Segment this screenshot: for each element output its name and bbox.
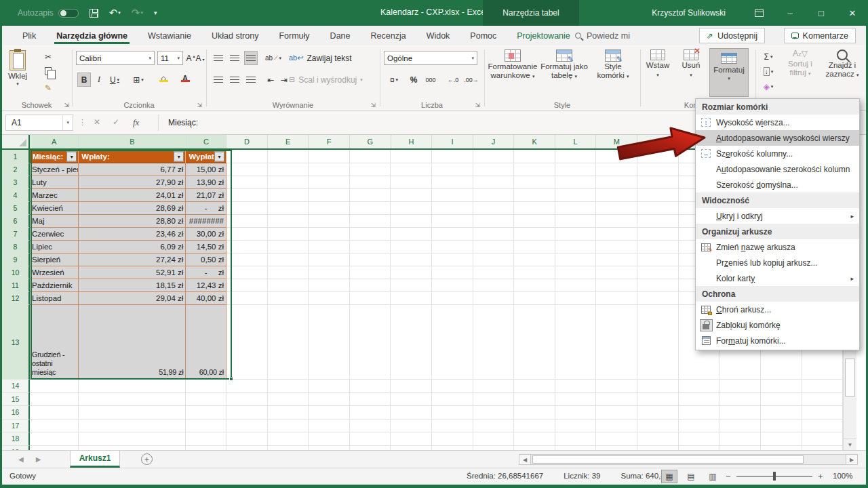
cell-h11[interactable] [391,279,432,292]
cell-m3[interactable] [596,176,637,189]
row-header-18[interactable]: 18 [2,432,30,446]
cell-a4[interactable]: Marzec [30,189,79,202]
new-sheet-button[interactable]: + [141,453,153,465]
cell-a2[interactable]: Styczeń - pierw [30,163,79,176]
row-header-12[interactable]: 12 [2,292,30,305]
font-size-combo[interactable]: 11▾ [157,51,183,65]
column-header-d[interactable]: D [226,135,268,148]
cell-l9[interactable] [555,253,597,266]
format-painter-button[interactable]: ✎ [45,83,52,93]
cell-n17[interactable] [637,420,679,433]
cell-l16[interactable] [555,406,597,420]
row-header-16[interactable]: 16 [2,406,30,420]
cell-l15[interactable] [555,393,597,407]
cell-i6[interactable] [432,215,473,228]
cell-l13[interactable] [555,305,597,380]
cell-f2[interactable] [309,163,350,176]
increase-decimal-button[interactable]: ←.0 [445,73,461,87]
cell-n18[interactable] [637,432,679,446]
cell-f13[interactable] [309,305,350,380]
cell-i2[interactable] [432,163,473,176]
cell-i11[interactable] [432,279,473,292]
cell-g17[interactable] [350,420,391,433]
cell-c4[interactable]: 21,07 zł [186,189,226,202]
cell-j2[interactable] [473,163,515,176]
cell-b17[interactable] [79,420,186,433]
cell-j3[interactable] [473,176,515,189]
cell-l11[interactable] [555,279,597,292]
cell-m10[interactable] [596,266,637,279]
cell-a13[interactable]: Grudzień - ostatni miesiąc [30,305,79,380]
column-header-f[interactable]: F [309,135,350,148]
cell-i7[interactable] [432,228,473,241]
cell-b5[interactable]: 28,69 zł [79,202,186,215]
save-icon[interactable] [90,9,98,18]
autosave-control[interactable]: Autozapis [18,8,79,18]
format-button[interactable]: Formatuj ▾ [709,48,749,97]
cell-d9[interactable] [226,253,268,266]
cell-d13[interactable] [226,305,268,380]
row-header-17[interactable]: 17 [2,420,30,433]
row-header-1[interactable]: 1 [2,150,30,163]
cell-a12[interactable]: Listopad [30,292,79,305]
cell-b4[interactable]: 24,01 zł [79,189,186,202]
menu-item-przenies-lub-kopiuj-arkusz[interactable]: Przenieś lub kopiuj arkusz... [696,255,859,270]
share-button[interactable]: ⇗ Udostępnij [699,28,765,43]
grow-font-button[interactable]: A▴ [186,51,195,65]
cell-m15[interactable] [596,393,637,407]
cell-f18[interactable] [309,432,350,446]
row-header-3[interactable]: 3 [2,176,30,189]
tab-narzedzia-g-owne[interactable]: Narzędzia główne [46,26,138,45]
tab-formu-y[interactable]: Formuły [269,26,319,45]
fill-button[interactable]: ↓▾ [758,64,778,79]
cell-h1[interactable] [391,150,432,163]
cell-m14[interactable] [596,380,637,393]
column-header-h[interactable]: H [391,135,433,148]
cell-p14[interactable] [719,380,761,393]
row-header-10[interactable]: 10 [2,266,30,279]
cell-k18[interactable] [514,432,555,446]
cancel-formula-button[interactable]: ✕ [94,117,100,127]
cell-f8[interactable] [309,241,350,253]
cell-i3[interactable] [432,176,473,189]
cell-f4[interactable] [309,189,350,202]
cell-g9[interactable] [350,253,391,266]
menu-item-zablokuj-komorke[interactable]: Zablokuj komórkę [696,317,859,333]
cell-b12[interactable]: 29,04 zł [79,292,186,305]
cell-d4[interactable] [226,189,268,202]
cell-f12[interactable] [309,292,350,305]
cell-i10[interactable] [432,266,473,279]
cell-d18[interactable] [226,432,268,446]
name-box[interactable]: A1▾ [5,115,73,131]
cell-p15[interactable] [719,393,761,407]
cell-m6[interactable] [596,215,637,228]
filter-button-wyp-at[interactable]: ▾ [214,151,224,161]
cell-c11[interactable]: 12,43 zł [186,279,226,292]
decrease-decimal-button[interactable]: .00→ [462,73,480,87]
cell-n13[interactable] [637,305,679,380]
cell-r17[interactable] [802,420,844,433]
row-header-14[interactable]: 14 [2,380,30,393]
cell-e17[interactable] [268,420,309,433]
cell-b9[interactable]: 27,24 zł [79,253,186,266]
menu-item-formatuj-komorki[interactable]: Formatuj komórki... [696,333,859,348]
cell-h9[interactable] [391,253,432,266]
cell-i16[interactable] [432,406,473,420]
cell-h6[interactable] [391,215,432,228]
cell-n1[interactable] [637,150,679,163]
cell-f7[interactable] [309,228,350,241]
cell-n8[interactable] [637,241,679,253]
cell-n5[interactable] [637,202,679,215]
column-header-n[interactable]: N [637,135,679,148]
cell-l18[interactable] [555,432,597,446]
cell-j12[interactable] [473,292,515,305]
enter-formula-button[interactable]: ✓ [113,117,119,127]
row-header-11[interactable]: 11 [2,279,30,292]
cell-j14[interactable] [473,380,515,393]
cell-k7[interactable] [514,228,555,241]
cell-a1[interactable]: Miesiąc:▾ [30,150,79,163]
cell-a3[interactable]: Luty [30,176,79,189]
cell-d10[interactable] [226,266,268,279]
cell-l6[interactable] [555,215,597,228]
cell-m7[interactable] [596,228,637,241]
